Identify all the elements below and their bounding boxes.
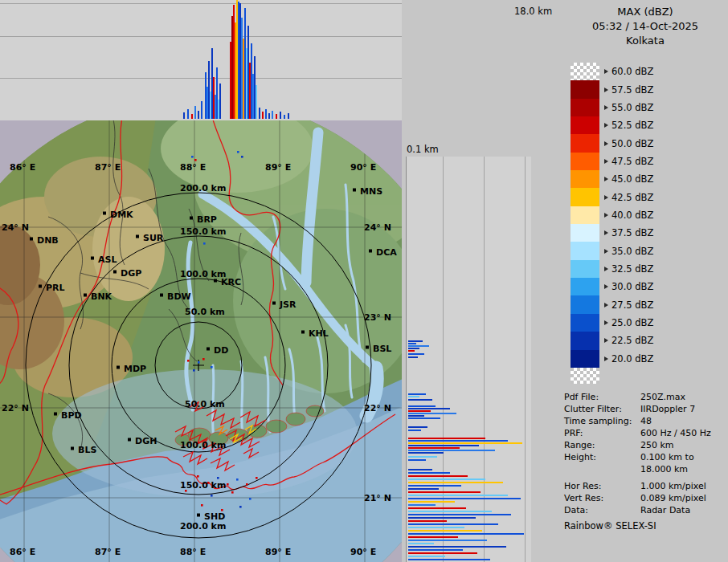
echo-bar: [408, 415, 424, 417]
city-label: PRL: [46, 283, 65, 293]
range-ring-label: 100.0 km: [180, 440, 226, 450]
echo-bar: [408, 408, 450, 409]
height-axis-max-label: 18.0 km: [514, 6, 552, 17]
legend-swatch: [571, 153, 599, 170]
echo-bar: [408, 556, 445, 557]
legend-arrow-icon: [604, 88, 608, 92]
legend-row: 25.0 dBZ: [571, 314, 653, 332]
echo-bar: [408, 340, 423, 342]
legend-arrow-icon: [604, 284, 608, 289]
echo-bar: [408, 549, 463, 551]
product-header: MAX (dBZ) 05:32 / 14-Oct-2025 Kolkata: [562, 5, 728, 48]
legend-arrow-icon: [604, 356, 608, 361]
echo-bar: [408, 507, 466, 509]
legend-swatch: [571, 368, 599, 384]
station-name: Kolkata: [562, 34, 728, 48]
city-marker: [207, 348, 210, 351]
legend-arrow-icon: [604, 69, 608, 74]
info-value: 0.100 km to 18.000 km: [640, 451, 694, 475]
legend-swatch: [571, 295, 599, 313]
echo-dot: [241, 156, 243, 158]
info-row: Height:0.100 km to 18.000 km: [562, 451, 728, 475]
echo-bar: [408, 447, 460, 449]
legend-swatch: [571, 242, 599, 259]
legend-label: 57.5 dBZ: [611, 84, 653, 96]
echo-bar: [408, 536, 458, 538]
echo-bar: [408, 498, 521, 499]
legend-label: 40.0 dBZ: [611, 210, 653, 221]
range-ring-label: 100.0 km: [180, 269, 226, 279]
legend-arrow-icon: [604, 267, 608, 271]
echo-bar: [262, 112, 264, 119]
legend-arrow-icon: [604, 141, 608, 146]
echo-bar: [408, 438, 485, 439]
echo-bar: [276, 114, 277, 119]
city-marker: [113, 271, 117, 274]
echo-bar: [408, 459, 426, 461]
echo-bar: [268, 113, 270, 119]
echo-bar: [408, 514, 511, 515]
height-grid-line: [525, 157, 526, 562]
latitude-label: 23° N: [364, 312, 391, 323]
legend-swatch: [571, 350, 599, 368]
echo-bar: [408, 504, 436, 506]
legend-arrow-icon: [604, 338, 608, 343]
echo-bar: [408, 520, 447, 522]
echo-bar: [198, 111, 199, 119]
info-row: Hor Res:1.000 km/pixel: [562, 480, 728, 492]
echo-bar: [408, 348, 419, 349]
legend-row: 45.0 dBZ: [571, 170, 653, 188]
info-value: 250 km: [640, 439, 674, 451]
legend-swatch: [571, 278, 599, 295]
city-marker: [369, 250, 372, 253]
echo-bar: [408, 393, 426, 395]
cross-section-side-panel: [406, 157, 531, 562]
legend-arrow-icon: [604, 105, 608, 110]
echo-bar: [408, 353, 424, 355]
echo-bar: [408, 482, 503, 483]
legend-label: 47.5 dBZ: [611, 156, 653, 167]
legend-swatch: [571, 188, 599, 206]
city-label: MDP: [124, 364, 146, 374]
city-marker: [353, 189, 356, 192]
legend-arrow-icon: [604, 213, 608, 218]
legend-row: 50.0 dBZ: [571, 134, 653, 152]
echo-bar: [408, 445, 479, 446]
height-axis-min-label: 0.1 km: [407, 144, 439, 155]
legend-label: 22.5 dBZ: [611, 335, 653, 346]
legend-arrow-icon: [604, 123, 608, 128]
city-label: DMK: [110, 210, 133, 220]
city-label: BLS: [78, 445, 96, 455]
echo-bar: [259, 108, 260, 119]
city-marker: [190, 217, 193, 220]
echo-bar: [288, 113, 289, 119]
echo-bar: [408, 417, 440, 419]
echo-bar: [408, 475, 468, 477]
echo-bar: [408, 345, 429, 347]
software-brand: Rainbow® SELEX-SI: [564, 520, 656, 531]
echo-bar: [219, 83, 221, 119]
legend-swatch: [571, 206, 599, 224]
echo-bar: [408, 546, 506, 548]
echo-bar: [408, 501, 455, 503]
echo-dot: [237, 151, 239, 153]
legend-label: 42.5 dBZ: [611, 192, 653, 203]
echo-dot: [246, 483, 248, 486]
info-label: Clutter Filter:: [562, 403, 640, 415]
info-row: PRF:600 Hz / 450 Hz: [562, 427, 728, 439]
echo-bar: [408, 559, 490, 560]
echo-bar: [408, 495, 508, 496]
legend-info-panel: MAX (dBZ) 05:32 / 14-Oct-2025 Kolkata 60…: [562, 0, 728, 562]
city-marker: [117, 366, 120, 369]
echo-dot: [197, 475, 199, 478]
legend-swatch: [571, 314, 599, 332]
echo-dot: [194, 159, 197, 161]
legend-row: 47.5 dBZ: [571, 153, 653, 170]
longitude-label: 87° E: [95, 547, 121, 557]
range-ring-label: 200.0 km: [180, 521, 226, 531]
echo-dot: [202, 358, 205, 360]
city-marker: [366, 346, 369, 349]
echo-dot: [211, 366, 213, 369]
city-marker: [197, 514, 200, 517]
legend-swatch: [571, 116, 599, 134]
